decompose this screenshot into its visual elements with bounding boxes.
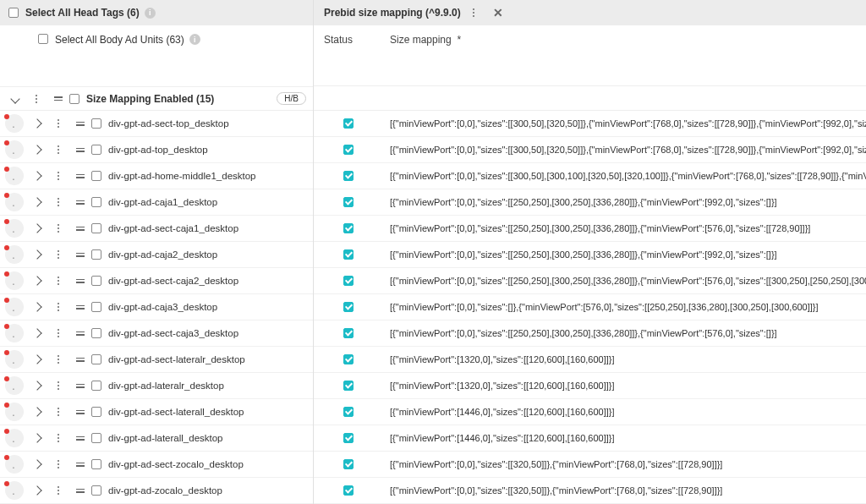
- drag-icon[interactable]: [74, 331, 86, 336]
- status-checkbox[interactable]: [343, 407, 354, 417]
- status-checkbox[interactable]: [343, 276, 354, 286]
- status-checkbox[interactable]: [343, 328, 354, 338]
- size-mapping-value[interactable]: [{"minViewPort":[0,0],"sizes":[[250,250]…: [390, 328, 866, 338]
- chevron-right-icon[interactable]: [32, 197, 41, 206]
- adunit-row[interactable]: div-gpt-ad-caja3_desktop: [0, 294, 313, 320]
- close-icon[interactable]: ✕: [493, 6, 503, 19]
- size-mapping-value[interactable]: [{"minViewPort":[0,0],"sizes":[]},{"minV…: [390, 302, 866, 312]
- chevron-right-icon[interactable]: [32, 407, 41, 416]
- status-checkbox[interactable]: [343, 223, 354, 233]
- info-icon[interactable]: i: [145, 8, 156, 19]
- adunit-row[interactable]: div-gpt-ad-zocalo_desktop: [0, 478, 313, 504]
- adunit-row[interactable]: div-gpt-ad-sect-lateralr_desktop: [0, 347, 313, 373]
- status-checkbox[interactable]: [343, 249, 354, 260]
- adunit-row[interactable]: div-gpt-ad-top_desktop: [0, 137, 313, 163]
- row-checkbox[interactable]: [91, 407, 101, 417]
- drag-icon[interactable]: [74, 122, 86, 126]
- more-icon[interactable]: [52, 277, 64, 285]
- drag-icon[interactable]: [74, 227, 86, 231]
- more-icon[interactable]: [52, 119, 64, 128]
- adunit-row[interactable]: div-gpt-ad-caja1_desktop: [0, 189, 313, 216]
- row-checkbox[interactable]: [91, 381, 101, 391]
- row-checkbox[interactable]: [91, 145, 101, 155]
- status-checkbox[interactable]: [343, 302, 354, 312]
- section-checkbox[interactable]: [69, 94, 79, 104]
- more-icon[interactable]: [30, 95, 42, 103]
- drag-icon[interactable]: [74, 463, 86, 467]
- size-mapping-value[interactable]: [{"minViewPort":[0,0],"sizes":[[300,50],…: [390, 145, 866, 155]
- row-checkbox[interactable]: [91, 328, 101, 338]
- status-checkbox[interactable]: [343, 145, 354, 155]
- select-all-body-checkbox[interactable]: [38, 34, 48, 44]
- row-checkbox[interactable]: [91, 302, 101, 312]
- drag-icon[interactable]: [74, 279, 86, 283]
- section-header-row[interactable]: Size Mapping Enabled (15) H/B: [0, 86, 313, 111]
- chevron-right-icon[interactable]: [32, 328, 41, 337]
- adunit-row[interactable]: div-gpt-ad-home-middle1_desktop: [0, 163, 313, 189]
- select-all-head-checkbox[interactable]: [8, 8, 19, 18]
- size-mapping-value[interactable]: [{"minViewPort":[1320,0],"sizes":[[120,6…: [390, 381, 866, 391]
- chevron-right-icon[interactable]: [32, 302, 41, 311]
- drag-icon[interactable]: [52, 96, 64, 101]
- size-mapping-value[interactable]: [{"minViewPort":[0,0],"sizes":[[250,250]…: [390, 249, 866, 260]
- drag-icon[interactable]: [74, 148, 86, 152]
- row-checkbox[interactable]: [91, 459, 101, 469]
- status-checkbox[interactable]: [343, 433, 354, 443]
- chevron-right-icon[interactable]: [32, 118, 41, 128]
- more-icon[interactable]: [52, 355, 64, 364]
- more-icon[interactable]: [52, 224, 64, 233]
- more-icon[interactable]: [468, 8, 480, 17]
- chevron-right-icon[interactable]: [32, 223, 41, 233]
- drag-icon[interactable]: [74, 253, 86, 257]
- adunit-row[interactable]: div-gpt-ad-sect-caja1_desktop: [0, 216, 313, 242]
- drag-icon[interactable]: [74, 410, 86, 414]
- size-mapping-value[interactable]: [{"minViewPort":[0,0],"sizes":[[320,50]]…: [390, 485, 866, 496]
- info-icon[interactable]: i: [189, 34, 200, 45]
- more-icon[interactable]: [52, 198, 64, 206]
- chevron-right-icon[interactable]: [32, 354, 41, 364]
- size-mapping-value[interactable]: [{"minViewPort":[1446,0],"sizes":[[120,6…: [390, 433, 866, 443]
- chevron-right-icon[interactable]: [32, 433, 41, 442]
- drag-icon[interactable]: [74, 174, 86, 178]
- drag-icon[interactable]: [74, 200, 86, 205]
- row-checkbox[interactable]: [91, 118, 101, 129]
- adunit-row[interactable]: div-gpt-ad-sect-top_desktop: [0, 111, 313, 137]
- more-icon[interactable]: [52, 303, 64, 311]
- adunit-row[interactable]: div-gpt-ad-sect-caja2_desktop: [0, 268, 313, 294]
- size-mapping-value[interactable]: [{"minViewPort":[0,0],"sizes":[[320,50]]…: [390, 459, 866, 469]
- chevron-down-icon[interactable]: [10, 94, 19, 103]
- adunit-row[interactable]: div-gpt-ad-sect-zocalo_desktop: [0, 452, 313, 478]
- adunit-row[interactable]: div-gpt-ad-sect-laterall_desktop: [0, 399, 313, 425]
- row-checkbox[interactable]: [91, 249, 101, 260]
- chevron-right-icon[interactable]: [32, 249, 41, 259]
- size-mapping-value[interactable]: [{"minViewPort":[0,0],"sizes":[[250,250]…: [390, 276, 866, 286]
- drag-icon[interactable]: [74, 305, 86, 310]
- status-checkbox[interactable]: [343, 381, 354, 391]
- status-checkbox[interactable]: [343, 118, 354, 129]
- chevron-right-icon[interactable]: [32, 171, 41, 180]
- chevron-right-icon[interactable]: [32, 485, 41, 495]
- more-icon[interactable]: [52, 460, 64, 468]
- chevron-right-icon[interactable]: [32, 145, 41, 154]
- more-icon[interactable]: [52, 486, 64, 495]
- adunit-row[interactable]: div-gpt-ad-sect-caja3_desktop: [0, 320, 313, 347]
- size-mapping-value[interactable]: [{"minViewPort":[0,0],"sizes":[[300,50],…: [390, 118, 866, 129]
- row-checkbox[interactable]: [91, 223, 101, 233]
- status-checkbox[interactable]: [343, 171, 354, 181]
- status-checkbox[interactable]: [343, 354, 354, 364]
- row-checkbox[interactable]: [91, 433, 101, 443]
- more-icon[interactable]: [52, 434, 64, 442]
- size-mapping-value[interactable]: [{"minViewPort":[1320,0],"sizes":[[120,6…: [390, 354, 866, 364]
- status-checkbox[interactable]: [343, 459, 354, 469]
- drag-icon[interactable]: [74, 358, 86, 362]
- adunit-row[interactable]: div-gpt-ad-lateralr_desktop: [0, 373, 313, 399]
- chevron-right-icon[interactable]: [32, 381, 41, 390]
- chevron-right-icon[interactable]: [32, 459, 41, 468]
- row-checkbox[interactable]: [91, 171, 101, 181]
- status-checkbox[interactable]: [343, 485, 354, 496]
- size-mapping-value[interactable]: [{"minViewPort":[0,0],"sizes":[[250,250]…: [390, 223, 866, 233]
- more-icon[interactable]: [52, 145, 64, 154]
- adunit-row[interactable]: div-gpt-ad-laterall_desktop: [0, 425, 313, 452]
- more-icon[interactable]: [52, 408, 64, 416]
- more-icon[interactable]: [52, 250, 64, 259]
